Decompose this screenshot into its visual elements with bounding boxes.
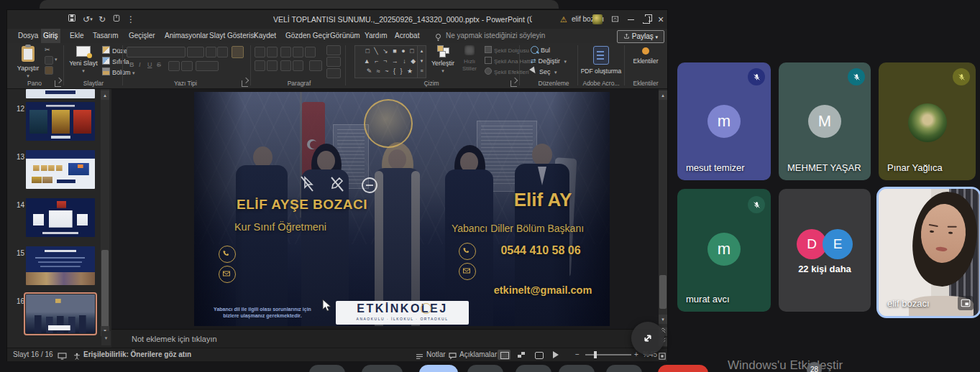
more-participants-tile[interactable]: D E 22 kişi daha xyxy=(779,189,871,312)
find-button[interactable]: Bul xyxy=(531,46,550,55)
tab-gorunum[interactable]: Görünüm xyxy=(328,29,362,43)
meeting-control-button[interactable] xyxy=(362,365,403,372)
display-settings-icon[interactable] xyxy=(58,351,67,364)
ribbon-display-options-button[interactable] xyxy=(607,10,623,29)
tab-ekle[interactable]: Ekle xyxy=(68,29,86,43)
tab-giris[interactable]: Giriş xyxy=(41,29,60,43)
tab-tasarim[interactable]: Tasarım xyxy=(91,29,121,43)
right-title-textbox[interactable]: Yabancı Diller Bölüm Başkanı xyxy=(439,223,597,234)
tab-kaydet[interactable]: Kaydet xyxy=(252,29,278,43)
shape-fill-button: Şekil Dolgusu xyxy=(485,46,529,55)
reading-view-button[interactable] xyxy=(532,350,545,360)
slide-thumbnail-11-partial[interactable] xyxy=(26,89,95,98)
tab-gecisler[interactable]: Geçişler xyxy=(127,29,157,43)
notes-toggle[interactable]: Notlar xyxy=(426,348,446,361)
slide-thumbnail-14[interactable] xyxy=(26,198,95,237)
school-logo-banner[interactable]: ETKİNKOLEJ ANAOKULU · İLKOKUL · ORTAOKUL xyxy=(336,301,469,325)
meeting-control-active-button[interactable] xyxy=(419,365,458,372)
replace-button[interactable]: ⇄Değiştir ▾ xyxy=(531,57,567,66)
slide-thumbnail-12[interactable] xyxy=(26,102,95,141)
redo-button[interactable]: ↻ xyxy=(96,14,108,25)
leave-call-button[interactable] xyxy=(658,365,708,372)
shapes-gallery[interactable]: □ ╲ ↘ ■ ● □ ▲ ⌐ ¬ → ↓ ◆ ✎ ≈ ~ { } ★ xyxy=(354,45,426,78)
participant-tile-murat-avci[interactable]: m murat avcı xyxy=(677,189,771,312)
bold-button: B xyxy=(129,60,134,69)
right-name-textbox[interactable]: Elif AY xyxy=(482,189,604,211)
more-participants-label: 22 kişi daha xyxy=(779,264,871,274)
footnote-textbox[interactable]: Yabancı dil ile ilgili olası sorunlarını… xyxy=(209,306,316,319)
thumbnail-scroll-up-button[interactable]: ▴ xyxy=(101,90,109,100)
thumbnail-scrollbar-thumb[interactable] xyxy=(101,250,109,330)
tab-dosya[interactable]: Dosya xyxy=(16,29,40,43)
slide-scrollbar-thumb[interactable] xyxy=(659,275,667,309)
notes-splitter-handle[interactable]: ▾ xyxy=(101,331,111,345)
undo-dropdown-icon[interactable]: ▾ xyxy=(88,14,94,25)
addins-button[interactable]: Eklentiler xyxy=(627,47,664,65)
tab-slayt-gosterisi[interactable]: Slayt Gösterisi xyxy=(207,29,257,43)
select-button[interactable]: Seç ▾ xyxy=(531,68,557,77)
expand-presentation-button[interactable] xyxy=(631,322,664,355)
meeting-control-button[interactable] xyxy=(309,365,345,372)
email-textbox[interactable]: etkinelt@gmail.com xyxy=(482,284,604,296)
zoom-slider-thumb[interactable] xyxy=(594,351,597,358)
slide-thumbnail-16-selected[interactable] xyxy=(26,294,95,333)
arrange-button[interactable]: Yerleştir ▾ xyxy=(430,45,456,74)
left-title-textbox[interactable]: Kur Sınıf Öğretmeni xyxy=(209,221,352,233)
slide-thumbnail-15[interactable] xyxy=(26,246,95,285)
pdf-create-button[interactable]: PDF oluşturma xyxy=(580,46,623,75)
cut-button[interactable]: ✂ xyxy=(45,45,50,54)
share-button[interactable]: Paylaş ▾ xyxy=(617,30,664,43)
participant-tile-pinar-yaglica[interactable]: Pınar Yağlıca xyxy=(879,62,976,180)
shapes-gallery-scroll[interactable]: ▴▾≡ xyxy=(417,45,426,78)
tab-animasyonlar[interactable]: Animasyonlar xyxy=(162,29,211,43)
notes-pane[interactable]: ▾ Not eklemek için tıklayın xyxy=(111,329,659,348)
copy-button[interactable] xyxy=(45,56,53,65)
zoom-slider-track[interactable] xyxy=(585,354,631,355)
tab-acrobat[interactable]: Acrobat xyxy=(393,29,421,43)
participant-tile-mehmet-yasar[interactable]: M MEHMET YAŞAR xyxy=(779,62,871,180)
account-avatar[interactable] xyxy=(592,14,603,24)
comments-toggle[interactable]: Açıklamalar xyxy=(459,348,497,361)
fit-to-window-button[interactable] xyxy=(659,351,666,364)
cizim-dialog-launcher[interactable] xyxy=(510,80,517,87)
accessibility-status[interactable]: Erişilebilirlik: Önerilere göz atın xyxy=(83,348,191,361)
meeting-control-button[interactable] xyxy=(467,365,503,372)
clear-formatting-button[interactable] xyxy=(232,46,244,58)
font-dialog-launcher[interactable] xyxy=(242,80,248,87)
slideshow-view-button[interactable] xyxy=(549,350,562,360)
slide-thumbnail-13[interactable] xyxy=(26,150,95,189)
tab-gozden-gecir[interactable]: Gözden Geçir xyxy=(283,29,332,43)
pano-dialog-launcher[interactable] xyxy=(55,80,61,87)
slide-canvas[interactable]: ELİF AYŞE BOZACI Kur Sınıf Öğretmeni Eli… xyxy=(194,92,610,326)
save-icon[interactable] xyxy=(66,14,78,25)
touch-mode-icon[interactable] xyxy=(111,14,122,25)
section-button[interactable]: Bölüm ▾ xyxy=(102,68,135,78)
qat-more-button[interactable]: ⋮ xyxy=(125,14,137,25)
new-slide-button[interactable]: Yeni Slayt ▾ xyxy=(68,46,99,74)
restore-button[interactable] xyxy=(638,10,654,29)
participant-tile-mesut-temizer[interactable]: m mesut temizer xyxy=(677,62,771,180)
zoom-out-overlay-icon[interactable] xyxy=(361,177,378,197)
format-painter-button[interactable] xyxy=(45,66,53,75)
picture-in-picture-button[interactable] xyxy=(958,296,974,310)
meeting-control-button[interactable] xyxy=(606,365,642,372)
phone-number-textbox[interactable]: 0544 410 58 06 xyxy=(483,244,598,257)
slide-sorter-view-button[interactable] xyxy=(515,350,528,360)
minimize-button[interactable] xyxy=(623,10,638,29)
group-label-adobe: Adobe Acro... xyxy=(580,80,623,88)
tell-me-box[interactable]: Ne yapmak istediğinizi söyleyin xyxy=(446,29,545,43)
copy-dropdown-icon[interactable]: ▾ xyxy=(55,55,58,64)
self-view-tile[interactable]: elif bozacı xyxy=(876,187,980,318)
slide-scroll-down-button[interactable]: ▾ xyxy=(659,315,667,324)
slide-scroll-up-button[interactable]: ▴ xyxy=(659,90,667,100)
notes-placeholder[interactable]: Not eklemek için tıklayın xyxy=(132,335,217,343)
normal-view-button[interactable] xyxy=(498,350,510,360)
close-button[interactable]: × xyxy=(653,10,669,29)
left-name-textbox[interactable]: ELİF AYŞE BOZACI xyxy=(223,197,381,213)
paste-button[interactable]: Yapıştır ▾ xyxy=(13,46,43,79)
meeting-control-button[interactable] xyxy=(559,365,595,372)
tab-yardim[interactable]: Yardım xyxy=(362,29,390,43)
meeting-control-button[interactable] xyxy=(516,365,551,372)
reset-button[interactable]: Sıfırla xyxy=(102,57,129,66)
zoom-out-button[interactable]: − xyxy=(575,348,580,361)
